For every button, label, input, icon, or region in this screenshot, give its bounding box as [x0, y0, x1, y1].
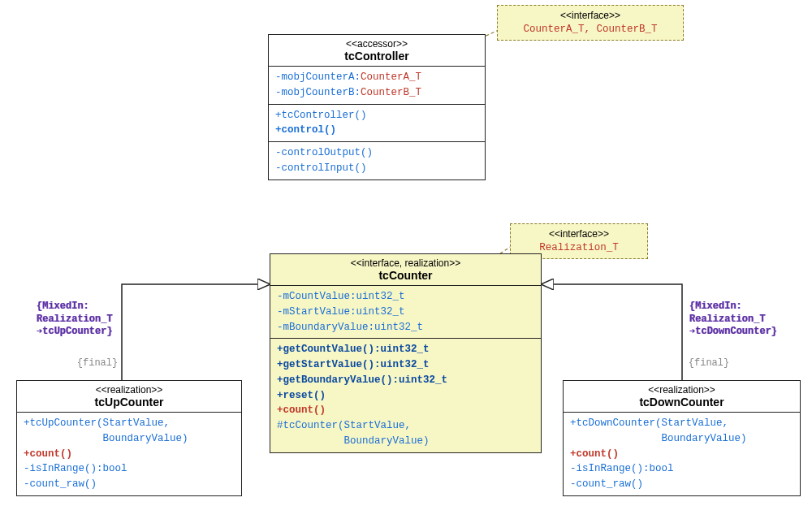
- attr-row: -mCountValue:uint32_t: [277, 289, 534, 305]
- operations: +tcDownCounter(StartValue, BoundaryValue…: [564, 412, 800, 495]
- class-tcDownCounter: <<realization>> tcDownCounter +tcDownCou…: [563, 380, 801, 496]
- op-row: BoundaryValue): [277, 434, 534, 449]
- class-stereo: <<interface, realization>>: [277, 257, 534, 269]
- class-tcCounter: <<interface, realization>> tcCounter -mC…: [270, 253, 542, 453]
- op-row: +tcController(): [275, 108, 478, 123]
- attr-row: -mobjCounterB:CounterB_T: [275, 85, 478, 101]
- operations-private: -controlOutput() -controlInput(): [269, 141, 485, 179]
- class-stereo: <<accessor>>: [275, 38, 478, 50]
- class-tcController: <<accessor>> tcController -mobjCounterA:…: [268, 34, 486, 180]
- op-row: +count(): [277, 403, 534, 418]
- op-row: +reset(): [277, 388, 534, 404]
- op-row: +tcUpCounter(StartValue,: [24, 416, 235, 431]
- op-row: +getStartValue():uint32_t: [277, 357, 534, 373]
- attr-row: -mobjCounterA:CounterA_T: [275, 70, 478, 85]
- op-row: +control(): [275, 123, 478, 138]
- attr-row: -mStartValue:uint32_t: [277, 305, 534, 320]
- interface-tag-names: CounterA_T, CounterB_T: [508, 23, 673, 37]
- mixin-label-left: {MixedIn: Realization_T ➔tcUpCounter}: [37, 301, 142, 339]
- mixin-label-right: {MixedIn: Realization_T ➔tcDownCounter}: [689, 301, 811, 339]
- class-header: <<accessor>> tcController: [269, 35, 485, 66]
- class-header: <<interface, realization>> tcCounter: [270, 254, 541, 285]
- interface-tag-controller: <<interface>> CounterA_T, CounterB_T: [497, 5, 684, 41]
- class-tcUpCounter: <<realization>> tcUpCounter +tcUpCounter…: [16, 380, 242, 496]
- final-label-left: {final}: [69, 357, 126, 369]
- op-row: -isInRange():bool: [24, 461, 235, 477]
- attributes: -mCountValue:uint32_t -mStartValue:uint3…: [270, 285, 541, 338]
- operations: +getCountValue():uint32_t +getStartValue…: [270, 338, 541, 452]
- op-row: +tcDownCounter(StartValue,: [570, 416, 793, 431]
- op-row: +getBoundaryValue():uint32_t: [277, 373, 534, 388]
- class-stereo: <<realization>>: [24, 384, 235, 396]
- op-row: BoundaryValue): [570, 431, 793, 447]
- final-label-right: {final}: [680, 357, 737, 369]
- op-row: -controlOutput(): [275, 145, 478, 161]
- operations-public: +tcController() +control(): [269, 104, 485, 142]
- class-name: tcCounter: [277, 269, 534, 282]
- op-row: -count_raw(): [570, 477, 793, 492]
- class-name: tcUpCounter: [24, 396, 235, 409]
- attr-row: -mBoundaryValue:uint32_t: [277, 320, 534, 335]
- op-row: -controlInput(): [275, 161, 478, 176]
- class-name: tcController: [275, 50, 478, 63]
- op-row: +count(): [24, 447, 235, 462]
- class-stereo: <<realization>>: [570, 384, 793, 396]
- op-row: -isInRange():bool: [570, 461, 793, 477]
- interface-tag-stereo: <<interface>>: [508, 9, 673, 23]
- class-header: <<realization>> tcDownCounter: [564, 381, 800, 412]
- op-row: +getCountValue():uint32_t: [277, 342, 534, 357]
- attributes: -mobjCounterA:CounterA_T -mobjCounterB:C…: [269, 66, 485, 104]
- op-row: #tcCounter(StartValue,: [277, 418, 534, 434]
- op-row: -count_raw(): [24, 477, 235, 492]
- operations: +tcUpCounter(StartValue, BoundaryValue) …: [17, 412, 241, 495]
- class-name: tcDownCounter: [570, 396, 793, 409]
- interface-tag-stereo: <<interface>>: [520, 227, 637, 241]
- op-row: +count(): [570, 447, 793, 462]
- op-row: BoundaryValue): [24, 431, 235, 447]
- class-header: <<realization>> tcUpCounter: [17, 381, 241, 412]
